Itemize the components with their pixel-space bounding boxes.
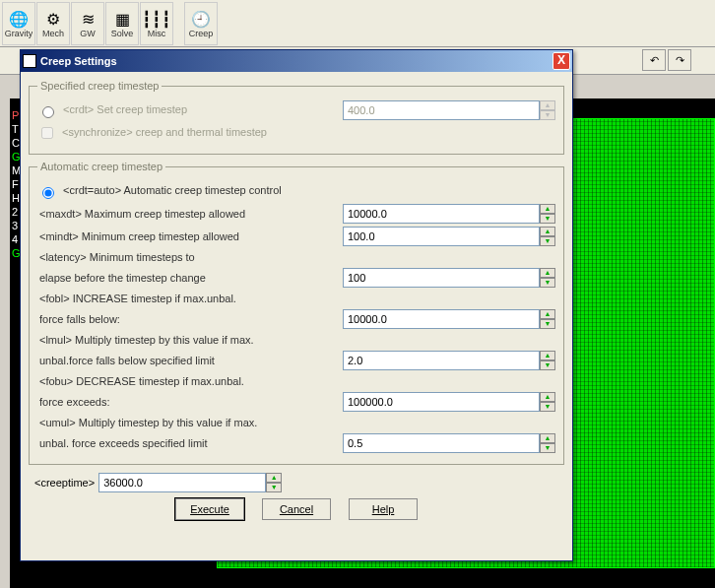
help-button[interactable]: Help bbox=[349, 498, 418, 520]
dialog-title: Creep Settings bbox=[40, 55, 552, 67]
crdt-field[interactable] bbox=[343, 100, 540, 120]
maxdt-field[interactable] bbox=[343, 204, 540, 224]
creeptime-spinner[interactable]: ▲▼ bbox=[266, 473, 282, 492]
execute-button[interactable]: Execute bbox=[175, 498, 244, 520]
fobl-spinner[interactable]: ▲▼ bbox=[540, 309, 555, 329]
lmul-label-1: <lmul> Multiply timestep by this value i… bbox=[37, 334, 343, 346]
latency-field[interactable] bbox=[343, 268, 540, 288]
lmul-field[interactable] bbox=[343, 351, 540, 370]
mindt-spinner[interactable]: ▲▼ bbox=[540, 227, 555, 246]
automatic-timestep-group: Automatic creep timestep <crdt=auto> Aut… bbox=[29, 161, 564, 465]
creeptime-label: <creeptime> bbox=[29, 477, 95, 489]
mindt-label: <mindt> Minimum creep timestep allowed bbox=[37, 230, 343, 242]
maxdt-label: <maxdt> Maximum creep timestep allowed bbox=[37, 208, 343, 220]
lmul-label-2: unbal.force falls below specified limit bbox=[37, 355, 343, 366]
fobu-label-1: <fobu> DECREASE timestep if max.unbal. bbox=[37, 375, 343, 387]
fobu-spinner[interactable]: ▲▼ bbox=[540, 392, 555, 412]
latency-label-2: elapse before the timestep change bbox=[37, 272, 343, 284]
tool-mech[interactable]: ⚙Mech bbox=[36, 2, 70, 45]
fobu-label-2: force exceeds: bbox=[37, 396, 343, 408]
mindt-field[interactable] bbox=[343, 227, 540, 246]
creep-settings-dialog: Creep Settings X Specified creep timeste… bbox=[20, 49, 573, 561]
umul-field[interactable] bbox=[343, 433, 540, 453]
specified-timestep-group: Specified creep timestep <crdt> Set cree… bbox=[29, 80, 564, 155]
fobl-label-2: force falls below: bbox=[37, 313, 343, 325]
wave-icon: ≋ bbox=[82, 9, 95, 29]
umul-label-2: unbal. force exceeds specified limit bbox=[37, 437, 343, 449]
tool-solve[interactable]: ▦Solve bbox=[105, 2, 139, 45]
synchronize-label: <synchronize> creep and thermal timestep bbox=[37, 124, 343, 142]
radio-set-crdt-label: <crdt> Set creep timestep bbox=[37, 103, 343, 118]
undo-button[interactable]: ↶ bbox=[642, 49, 666, 71]
tool-creep[interactable]: 🕘Creep bbox=[184, 2, 218, 45]
radio-set-crdt[interactable] bbox=[42, 106, 54, 118]
tool-gravity[interactable]: 🌐Gravity bbox=[2, 2, 35, 45]
latency-spinner[interactable]: ▲▼ bbox=[540, 268, 555, 288]
clock-icon: 🕘 bbox=[191, 9, 211, 29]
cancel-button[interactable]: Cancel bbox=[262, 498, 331, 520]
synchronize-checkbox[interactable] bbox=[41, 127, 53, 139]
redo-button[interactable]: ↷ bbox=[668, 49, 691, 71]
maxdt-spinner[interactable]: ▲▼ bbox=[540, 204, 555, 224]
gear-icon: ⚙ bbox=[46, 9, 60, 29]
tool-misc[interactable]: ┇┇┇Misc bbox=[140, 2, 173, 45]
radio-auto-label: <crdt=auto> Automatic creep timestep con… bbox=[37, 184, 343, 199]
group-legend: Specified creep timestep bbox=[37, 80, 162, 92]
lmul-spinner[interactable]: ▲▼ bbox=[540, 351, 555, 370]
umul-spinner[interactable]: ▲▼ bbox=[540, 433, 555, 453]
crdt-spinner[interactable]: ▲▼ bbox=[540, 100, 555, 120]
main-toolbar: 🌐Gravity ⚙Mech ≋GW ▦Solve ┇┇┇Misc 🕘Creep bbox=[0, 0, 715, 47]
group-legend: Automatic creep timestep bbox=[37, 161, 165, 172]
globe-icon: 🌐 bbox=[9, 9, 29, 29]
fobl-label-1: <fobl> INCREASE timestep if max.unbal. bbox=[37, 293, 343, 304]
tool-gw[interactable]: ≋GW bbox=[71, 2, 104, 45]
fobl-field[interactable] bbox=[343, 309, 540, 329]
latency-label-1: <latency> Minimum timesteps to bbox=[37, 251, 343, 263]
fobu-field[interactable] bbox=[343, 392, 540, 412]
umul-label-1: <umul> Multiply timestep by this value i… bbox=[37, 417, 343, 428]
window-icon bbox=[23, 54, 36, 68]
grid-icon: ▦ bbox=[115, 9, 130, 29]
radio-crdt-auto[interactable] bbox=[42, 187, 54, 199]
dialog-titlebar[interactable]: Creep Settings X bbox=[21, 50, 572, 72]
close-icon[interactable]: X bbox=[552, 52, 570, 70]
creeptime-field[interactable] bbox=[98, 473, 266, 492]
sliders-icon: ┇┇┇ bbox=[142, 9, 171, 29]
